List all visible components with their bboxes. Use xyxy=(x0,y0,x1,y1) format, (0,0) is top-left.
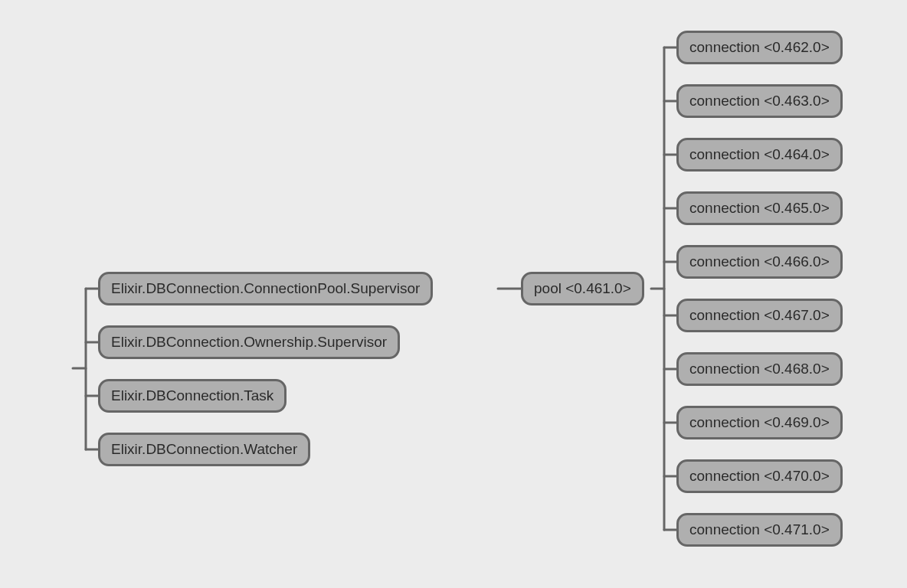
tree-node-connection[interactable]: connection <0.466.0> xyxy=(676,245,843,279)
node-label: connection <0.469.0> xyxy=(689,414,830,431)
node-label: connection <0.464.0> xyxy=(689,146,830,163)
tree-node-connection[interactable]: connection <0.467.0> xyxy=(676,299,843,332)
node-label: Elixir.DBConnection.Watcher xyxy=(111,441,297,458)
tree-node-connectionpool-supervisor[interactable]: Elixir.DBConnection.ConnectionPool.Super… xyxy=(98,272,433,305)
tree-node-connection[interactable]: connection <0.465.0> xyxy=(676,191,843,225)
tree-node-connection[interactable]: connection <0.469.0> xyxy=(676,406,843,439)
tree-node-connection[interactable]: connection <0.464.0> xyxy=(676,138,843,172)
tree-canvas: tion.App Elixir.DBConnection.ConnectionP… xyxy=(0,0,907,588)
node-label: connection <0.467.0> xyxy=(689,307,830,324)
node-label: connection <0.466.0> xyxy=(689,253,830,270)
node-label: Elixir.DBConnection.Task xyxy=(111,387,273,404)
node-label: connection <0.463.0> xyxy=(689,93,830,109)
tree-node-task[interactable]: Elixir.DBConnection.Task xyxy=(98,379,287,413)
node-label: connection <0.468.0> xyxy=(689,361,830,377)
tree-node-pool[interactable]: pool <0.461.0> xyxy=(521,272,644,305)
node-label: Elixir.DBConnection.Ownership.Supervisor xyxy=(111,334,387,351)
node-label: Elixir.DBConnection.ConnectionPool.Super… xyxy=(111,280,420,297)
tree-node-connection[interactable]: connection <0.471.0> xyxy=(676,513,843,547)
tree-node-ownership-supervisor[interactable]: Elixir.DBConnection.Ownership.Supervisor xyxy=(98,325,400,359)
tree-node-watcher[interactable]: Elixir.DBConnection.Watcher xyxy=(98,433,310,466)
tree-node-connection[interactable]: connection <0.468.0> xyxy=(676,352,843,386)
tree-node-connection[interactable]: connection <0.462.0> xyxy=(676,31,843,64)
node-label: connection <0.462.0> xyxy=(689,39,830,56)
tree-node-connection[interactable]: connection <0.463.0> xyxy=(676,84,843,118)
node-label: connection <0.470.0> xyxy=(689,468,830,485)
tree-node-connection[interactable]: connection <0.470.0> xyxy=(676,459,843,493)
node-label: pool <0.461.0> xyxy=(534,280,631,297)
node-label: connection <0.465.0> xyxy=(689,200,830,217)
node-label: connection <0.471.0> xyxy=(689,521,830,538)
